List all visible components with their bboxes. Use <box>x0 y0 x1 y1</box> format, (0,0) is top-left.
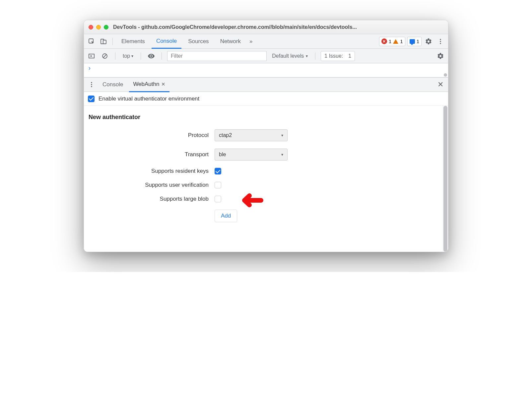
issues-count: 1 <box>348 53 351 59</box>
close-tab-icon[interactable]: ✕ <box>161 81 166 87</box>
webauthn-panel: New authenticator Protocol ctap2 Transpo… <box>84 106 448 252</box>
context-selector[interactable]: top <box>121 53 135 59</box>
annotation-arrow-icon <box>234 190 264 212</box>
message-icon <box>410 39 415 44</box>
divider <box>141 52 141 60</box>
drawer-menu-icon[interactable] <box>87 80 97 90</box>
close-window-button[interactable] <box>89 25 93 30</box>
console-toolbar: top Default levels 1 Issue: 1 <box>84 49 448 63</box>
svg-point-11 <box>91 86 92 87</box>
add-button[interactable]: Add <box>215 210 237 222</box>
live-expression-icon[interactable] <box>146 51 156 61</box>
resident-keys-label: Supports resident keys <box>89 168 215 174</box>
svg-point-10 <box>91 84 92 85</box>
drawer-tab-console[interactable]: Console <box>99 77 127 92</box>
drawer-tab-webauthn[interactable]: WebAuthn ✕ <box>129 78 169 92</box>
new-authenticator-form: New authenticator Protocol ctap2 Transpo… <box>84 106 443 252</box>
warning-count: 1 <box>400 38 403 44</box>
errors-warnings-badge[interactable]: ✕1 1 <box>379 37 405 46</box>
error-icon: ✕ <box>381 38 387 44</box>
user-verification-label: Supports user verification <box>89 182 215 188</box>
tabs-overflow-button[interactable]: » <box>247 34 254 49</box>
svg-point-3 <box>440 39 441 40</box>
titlebar: DevTools - github.com/GoogleChrome/devel… <box>84 20 448 34</box>
tab-console[interactable]: Console <box>152 34 181 49</box>
protocol-label: Protocol <box>89 132 215 139</box>
svg-point-9 <box>91 82 92 83</box>
clear-console-icon[interactable] <box>100 51 110 61</box>
main-toolbar: Elements Console Sources Network » ✕1 1 … <box>84 34 448 49</box>
devtools-window: DevTools - github.com/GoogleChrome/devel… <box>84 20 448 252</box>
console-prompt-icon: › <box>89 65 91 72</box>
context-label: top <box>123 53 130 59</box>
tab-label: Elements <box>121 38 145 45</box>
inspect-icon[interactable] <box>87 36 97 46</box>
divider <box>315 52 315 60</box>
issues-label: 1 Issue: <box>324 53 343 59</box>
log-levels-selector[interactable]: Default levels <box>270 53 310 59</box>
messages-count: 1 <box>417 38 419 44</box>
console-settings-icon[interactable] <box>435 51 445 61</box>
select-value: ble <box>219 152 226 158</box>
svg-rect-2 <box>103 40 106 44</box>
window-controls <box>89 25 108 30</box>
tab-network[interactable]: Network <box>216 34 245 49</box>
levels-label: Default levels <box>272 53 304 59</box>
warning-icon <box>393 39 398 44</box>
divider <box>115 52 115 60</box>
drawer-tab-label: WebAuthn <box>133 81 159 88</box>
transport-select[interactable]: ble <box>215 149 288 161</box>
add-button-label: Add <box>221 213 231 219</box>
drawer-tabs: Console WebAuthn ✕ ✕ <box>84 77 448 92</box>
svg-line-8 <box>103 54 106 58</box>
console-output: › <box>84 63 448 77</box>
scrollbar-thumb[interactable] <box>443 106 447 252</box>
large-blob-checkbox[interactable] <box>215 196 221 202</box>
kebab-menu-icon[interactable] <box>435 36 445 46</box>
tab-label: Sources <box>188 38 209 45</box>
minimize-window-button[interactable] <box>96 25 101 30</box>
settings-icon[interactable] <box>424 36 433 46</box>
vertical-scrollbar[interactable] <box>443 106 448 252</box>
protocol-select[interactable]: ctap2 <box>215 129 288 141</box>
divider <box>162 52 162 60</box>
select-value: ctap2 <box>219 132 232 138</box>
error-count: 1 <box>389 38 391 44</box>
chevron-right-icon: » <box>249 38 252 45</box>
sidebar-toggle-icon[interactable] <box>87 51 97 61</box>
maximize-window-button[interactable] <box>104 25 108 30</box>
section-title: New authenticator <box>89 114 438 121</box>
svg-point-4 <box>440 41 441 42</box>
enable-environment-checkbox[interactable] <box>88 96 95 102</box>
filter-input[interactable] <box>167 51 267 61</box>
tab-label: Network <box>220 38 241 45</box>
device-toggle-icon[interactable] <box>99 36 108 46</box>
close-drawer-icon[interactable]: ✕ <box>435 80 445 89</box>
enable-environment-row: Enable virtual authenticator environment <box>84 92 448 106</box>
tab-elements[interactable]: Elements <box>117 34 150 49</box>
window-title: DevTools - github.com/GoogleChrome/devel… <box>113 24 443 30</box>
issues-button[interactable]: 1 Issue: 1 <box>321 51 355 61</box>
user-verification-checkbox[interactable] <box>215 182 221 188</box>
tab-label: Console <box>156 38 177 44</box>
divider <box>112 38 113 45</box>
status-badges: ✕1 1 1 <box>379 37 422 46</box>
resident-keys-checkbox[interactable] <box>215 168 221 174</box>
scrollbar-indicator[interactable] <box>444 73 447 77</box>
messages-badge[interactable]: 1 <box>407 37 422 46</box>
enable-environment-label: Enable virtual authenticator environment <box>99 96 199 102</box>
svg-point-5 <box>440 43 441 44</box>
large-blob-label: Supports large blob <box>89 196 215 202</box>
drawer-tab-label: Console <box>102 81 123 88</box>
transport-label: Transport <box>89 151 215 158</box>
tab-sources[interactable]: Sources <box>183 34 213 49</box>
